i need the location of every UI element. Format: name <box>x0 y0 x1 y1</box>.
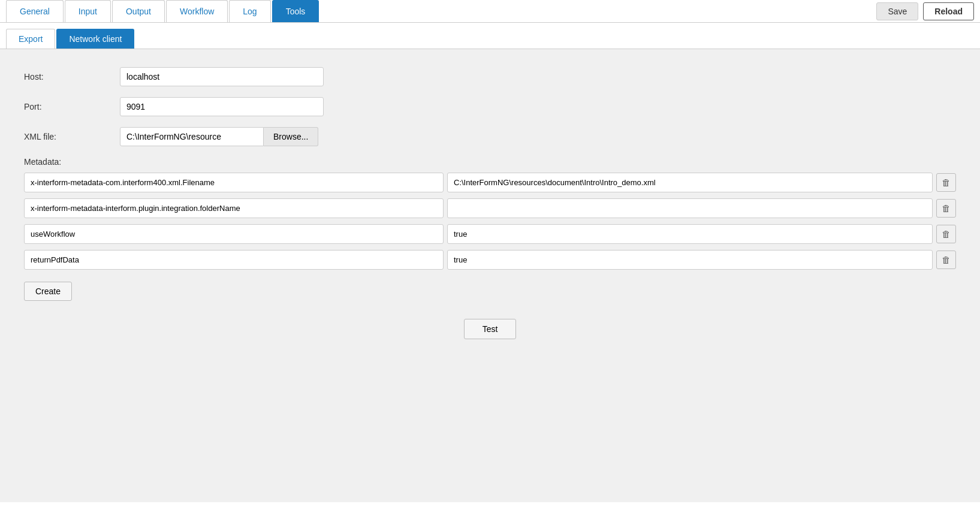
xml-file-group: Browse... <box>120 127 318 146</box>
meta-val-0[interactable] <box>447 173 933 192</box>
delete-row-0[interactable] <box>936 173 956 192</box>
tab-tools[interactable]: Tools <box>272 0 319 22</box>
delete-row-3[interactable] <box>936 251 956 269</box>
top-bar: General Input Output Workflow Log Tools … <box>0 0 980 23</box>
meta-val-3[interactable] <box>447 250 933 270</box>
xml-file-input[interactable] <box>120 127 264 146</box>
meta-key-3[interactable] <box>24 250 444 270</box>
tab-output[interactable]: Output <box>112 0 165 22</box>
top-tabs: General Input Output Workflow Log Tools <box>6 0 320 22</box>
delete-row-1[interactable] <box>936 199 956 218</box>
subtab-network-client[interactable]: Network client <box>56 29 134 49</box>
metadata-rows <box>24 173 956 270</box>
tab-log[interactable]: Log <box>229 0 270 22</box>
trash-icon-3 <box>942 255 951 265</box>
trash-icon-1 <box>942 203 951 213</box>
host-input[interactable] <box>120 67 324 86</box>
metadata-row-2 <box>24 224 956 244</box>
port-row: Port: <box>24 97 956 116</box>
top-actions: Save Reload <box>876 2 974 20</box>
meta-val-1[interactable] <box>447 198 933 218</box>
xml-file-row: XML file: Browse... <box>24 127 956 146</box>
trash-icon-0 <box>942 177 951 188</box>
subtab-export[interactable]: Export <box>6 29 55 49</box>
test-row: Test <box>24 319 956 339</box>
tab-workflow[interactable]: Workflow <box>166 0 228 22</box>
meta-key-2[interactable] <box>24 224 444 244</box>
browse-button[interactable]: Browse... <box>264 127 318 146</box>
test-button[interactable]: Test <box>464 319 517 339</box>
main-content: Host: Port: XML file: Browse... Metadata… <box>0 49 980 502</box>
metadata-label: Metadata: <box>24 157 956 167</box>
xml-file-label: XML file: <box>24 132 120 141</box>
reload-button[interactable]: Reload <box>923 2 974 20</box>
sub-bar: Export Network client <box>0 23 980 49</box>
port-input[interactable] <box>120 97 324 116</box>
tab-general[interactable]: General <box>6 0 64 22</box>
tab-input[interactable]: Input <box>65 0 111 22</box>
meta-val-2[interactable] <box>447 224 933 244</box>
delete-row-2[interactable] <box>936 225 956 243</box>
host-row: Host: <box>24 67 956 86</box>
create-button[interactable]: Create <box>24 282 72 301</box>
metadata-row-3 <box>24 250 956 270</box>
port-label: Port: <box>24 102 120 111</box>
meta-key-0[interactable] <box>24 173 444 192</box>
metadata-row-1 <box>24 198 956 218</box>
meta-key-1[interactable] <box>24 198 444 218</box>
metadata-row-0 <box>24 173 956 192</box>
host-label: Host: <box>24 72 120 82</box>
trash-icon-2 <box>942 229 951 239</box>
save-button[interactable]: Save <box>876 2 918 20</box>
